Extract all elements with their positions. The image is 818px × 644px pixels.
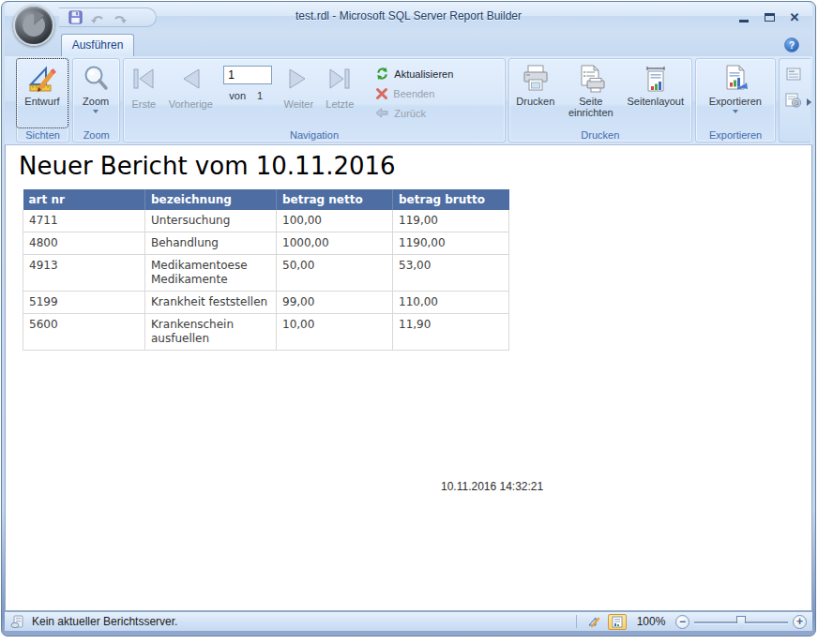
- export-label: Exportieren: [709, 96, 762, 107]
- group-label-drucken: Drucken: [509, 129, 691, 141]
- table-cell: 4800: [23, 232, 145, 255]
- page-count: 1: [257, 90, 263, 101]
- window-title: test.rdl - Microsoft SQL Server Report B…: [5, 9, 812, 22]
- first-page-icon: [130, 67, 157, 90]
- run-view-icon-small: [612, 616, 624, 628]
- page-setup-button[interactable]: Seite einrichten: [562, 59, 620, 127]
- report-table-body: 4711Untersuchung100,00119,004800Behandlu…: [23, 210, 509, 351]
- table-cell: 1000,00: [277, 232, 393, 255]
- zoom-out-button[interactable]: −: [675, 615, 689, 629]
- ribbon: Entwurf Sichten Zoom Zoom: [5, 56, 812, 145]
- printer-icon: [521, 64, 551, 94]
- group-label-navigation: Navigation: [124, 129, 504, 141]
- ribbon-group-exportieren: Exportieren Exportieren: [695, 58, 777, 142]
- app-window: test.rdl - Microsoft SQL Server Report B…: [1, 1, 816, 637]
- maximize-button[interactable]: [763, 10, 776, 23]
- run-view-button[interactable]: [608, 614, 627, 630]
- page-layout-button[interactable]: Seitenlayout: [620, 59, 691, 127]
- next-page-button[interactable]: Weiter: [278, 59, 319, 127]
- first-page-button[interactable]: Erste: [124, 59, 163, 127]
- print-label: Drucken: [516, 96, 554, 107]
- export-button[interactable]: Exportieren: [696, 59, 775, 127]
- help-icon[interactable]: ?: [784, 37, 799, 52]
- previous-page-label: Vorherige: [169, 98, 213, 110]
- minimize-button[interactable]: [737, 10, 750, 23]
- table-cell: Untersuchung: [145, 210, 277, 232]
- status-message: Kein aktueller Berichtsserver.: [32, 615, 177, 628]
- design-view-button[interactable]: [584, 614, 603, 630]
- export-icon: [720, 64, 750, 94]
- zoom-slider[interactable]: [694, 615, 788, 629]
- table-row: 5199Krankheit feststellen99,00110,00: [23, 292, 509, 314]
- table-cell: Krankheit feststellen: [145, 292, 277, 314]
- last-page-icon: [326, 67, 353, 90]
- back-arrow-icon: [375, 107, 389, 119]
- table-cell: 1190,00: [393, 232, 509, 255]
- back-label: Zurück: [394, 108, 426, 119]
- last-page-button[interactable]: Letzte: [319, 59, 360, 127]
- statusbar-separator: [576, 615, 577, 628]
- table-cell: Medikamentoese Medikamente: [145, 255, 277, 292]
- close-button[interactable]: ✕: [788, 10, 801, 23]
- table-header-cell: art nr: [23, 189, 145, 210]
- table-row: 5600Krankenschein ausfuellen10,0011,90: [23, 314, 509, 351]
- stop-label: Beenden: [393, 88, 434, 99]
- page-layout-icon: [641, 64, 671, 94]
- page-layout-label: Seitenlayout: [628, 96, 685, 107]
- table-cell: 4913: [23, 255, 145, 292]
- next-page-label: Weiter: [284, 98, 314, 110]
- stop-button[interactable]: Beenden: [375, 87, 453, 100]
- table-header-cell: betrag netto: [277, 189, 393, 210]
- table-cell: 110,00: [393, 292, 509, 314]
- office-menu-button[interactable]: [13, 5, 54, 46]
- magnifier-icon: [81, 64, 111, 94]
- page-number-section: von1: [223, 59, 272, 127]
- email-report-button[interactable]: @: [783, 91, 804, 110]
- status-bar: Kein aktueller Berichtsserver. 100%: [5, 611, 812, 631]
- table-row: 4711Untersuchung100,00119,00: [23, 210, 509, 232]
- entwurf-label: Entwurf: [24, 96, 59, 107]
- page-setup-label: Seite einrichten: [562, 96, 620, 118]
- table-cell: 100,00: [277, 210, 393, 232]
- table-cell: 4711: [23, 210, 145, 232]
- ribbon-group-navigation: Erste Vorherige von1 Weiter: [123, 58, 505, 142]
- table-cell: 5199: [23, 292, 145, 314]
- entwurf-button[interactable]: Entwurf: [17, 59, 68, 127]
- page-setup-icon: [576, 64, 606, 94]
- last-page-label: Letzte: [326, 98, 354, 110]
- report-properties-button[interactable]: [783, 65, 804, 83]
- table-cell: 11,90: [393, 314, 509, 351]
- page-number-input[interactable]: [223, 66, 272, 84]
- stop-icon: [375, 87, 388, 100]
- export-dropdown-arrow-icon: [733, 110, 738, 113]
- table-header-row: art nr bezeichnung betrag netto betrag b…: [23, 189, 509, 210]
- table-row: 4913Medikamentoese Medikamente50,0053,00: [23, 255, 509, 292]
- first-page-label: Erste: [131, 98, 156, 110]
- zoom-level: 100%: [635, 615, 667, 628]
- back-button[interactable]: Zurück: [375, 107, 453, 119]
- table-cell: Krankenschein ausfuellen: [145, 314, 277, 351]
- title-bar: test.rdl - Microsoft SQL Server Report B…: [5, 2, 812, 33]
- design-view-icon: [27, 64, 57, 94]
- table-cell: 5600: [23, 314, 145, 351]
- tab-ausfuehren[interactable]: Ausführen: [61, 34, 134, 56]
- ribbon-scroll-chevron-icon[interactable]: [807, 98, 811, 106]
- zoom-button[interactable]: Zoom: [73, 59, 118, 127]
- report-timestamp: 10.11.2016 14:32:21: [441, 480, 543, 493]
- zoom-in-button[interactable]: +: [793, 615, 807, 629]
- table-header-cell: betrag brutto: [393, 189, 509, 210]
- print-button[interactable]: Drucken: [509, 59, 562, 127]
- previous-page-button[interactable]: Vorherige: [163, 59, 218, 127]
- table-cell: 10,00: [277, 314, 393, 351]
- of-label: von: [229, 90, 246, 101]
- report-builder-pie-icon: [15, 7, 53, 44]
- refresh-label: Aktualisieren: [394, 68, 453, 80]
- page-count-row: von1: [223, 90, 263, 101]
- maximize-icon: [765, 13, 775, 22]
- email-icon: @: [785, 93, 802, 108]
- refresh-button[interactable]: Aktualisieren: [375, 67, 453, 81]
- table-cell: 119,00: [393, 210, 509, 232]
- minimize-icon: [739, 20, 749, 22]
- zoom-slider-thumb[interactable]: [736, 616, 746, 628]
- ribbon-group-drucken: Drucken Seite einrichten: [508, 58, 692, 142]
